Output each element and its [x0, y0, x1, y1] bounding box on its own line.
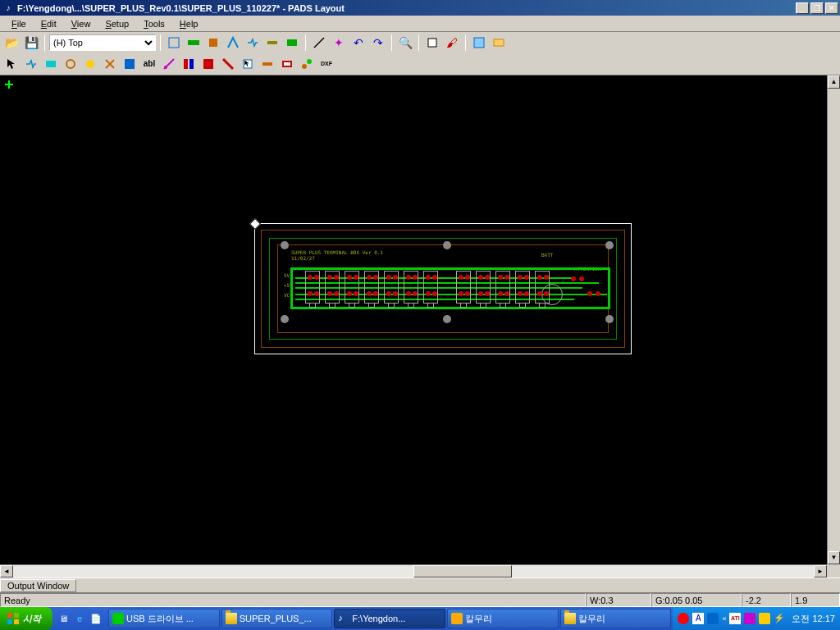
component-tab — [519, 303, 526, 308]
tray-ati-icon[interactable]: ATI — [729, 613, 741, 624]
tray-clock[interactable]: 오전 12:17 — [788, 613, 835, 625]
tool-btn-9[interactable]: 🖌 — [443, 34, 461, 52]
tool-btn-8[interactable] — [423, 34, 441, 52]
menu-file[interactable]: FFileile — [5, 17, 33, 30]
undo-button[interactable]: ↶ — [349, 34, 368, 52]
menu-setup[interactable]: SetupSetup — [98, 17, 135, 30]
separator — [44, 34, 45, 51]
tool2-8[interactable] — [160, 55, 178, 73]
taskbar-task[interactable]: USB 드라이브 ... — [108, 609, 220, 628]
pad — [579, 276, 584, 281]
tool-btn-4[interactable] — [224, 34, 242, 52]
taskbar-task[interactable]: ♪F:\Yengdon... — [334, 609, 445, 628]
close-button[interactable]: ✕ — [825, 2, 838, 14]
menu-help[interactable]: HelpHelp — [173, 17, 205, 30]
pad — [354, 275, 358, 280]
scroll-track[interactable] — [13, 565, 814, 578]
tool2-5[interactable] — [101, 55, 119, 73]
pad — [426, 275, 431, 280]
tool-btn-5[interactable] — [244, 34, 262, 52]
tool2-1[interactable] — [22, 55, 40, 73]
redo-button[interactable]: ↷ — [369, 34, 387, 52]
save-button[interactable]: 💾 — [22, 34, 40, 52]
quick-launch: 🖥 e 📄 — [52, 609, 107, 628]
select-tool[interactable] — [2, 55, 21, 73]
menu-view[interactable]: ViewView — [65, 17, 98, 30]
svg-rect-12 — [125, 59, 135, 69]
menu-edit[interactable]: EditEdit — [34, 17, 63, 30]
ql-app[interactable]: 📄 — [89, 609, 103, 628]
pad — [504, 291, 509, 296]
svg-rect-26 — [14, 619, 19, 624]
tray-icon[interactable] — [678, 613, 689, 624]
statusbar: Ready W:0.3 G:0.05 0.05 -2.2 1.9 — [0, 592, 840, 607]
tray-icon[interactable] — [707, 613, 719, 624]
tool-btn-2[interactable] — [185, 34, 203, 52]
tray-icon[interactable]: ⚡ — [774, 613, 785, 624]
pad — [373, 291, 378, 296]
tool2-14[interactable] — [278, 55, 296, 73]
taskbar-task[interactable]: 칼무리 — [560, 609, 672, 628]
pad — [308, 291, 313, 296]
tool-text[interactable]: abl — [140, 55, 158, 73]
tool2-11[interactable] — [219, 55, 237, 73]
tool-btn-11[interactable] — [490, 34, 508, 52]
tray-expand-icon[interactable]: « — [722, 614, 726, 623]
layer-dropdown[interactable]: (H) Top — [49, 34, 156, 51]
ql-desktop[interactable]: 🖥 — [56, 609, 71, 628]
tool-btn-6[interactable] — [263, 34, 281, 52]
status-grid: G:0.05 0.05 — [651, 593, 742, 607]
output-window-tab[interactable]: Output Window — [0, 579, 76, 592]
task-label: 칼무리 — [465, 613, 492, 625]
tool2-10[interactable] — [199, 55, 217, 73]
ql-ie[interactable]: e — [72, 609, 87, 628]
tool2-15[interactable] — [298, 55, 316, 73]
open-button[interactable]: 📂 — [2, 34, 21, 52]
tool2-6[interactable] — [121, 55, 139, 73]
tool2-9[interactable] — [180, 55, 198, 73]
vertical-scrollbar[interactable]: ▲ ▼ — [827, 75, 840, 564]
pad — [485, 291, 490, 296]
tool-btn-3[interactable] — [204, 34, 222, 52]
tool2-12[interactable] — [239, 55, 257, 73]
scroll-right-button[interactable]: ► — [814, 565, 827, 578]
component-tab — [480, 303, 486, 308]
minimize-button[interactable]: _ — [796, 2, 809, 14]
zoom-button[interactable]: 🔍 — [396, 34, 414, 52]
design-canvas[interactable]: SUPER PLUS TERMINAL BOX Ver 0.1 11/02/27… — [0, 75, 827, 564]
component-tab — [388, 303, 395, 308]
menu-tools[interactable]: ToolsTools — [137, 17, 171, 30]
tool2-13[interactable] — [258, 55, 276, 73]
taskbar-task[interactable]: SUPER_PLUS_... — [221, 609, 333, 628]
tray-ime-icon[interactable]: A — [692, 613, 704, 624]
scroll-thumb[interactable] — [413, 565, 512, 578]
tool-line[interactable] — [310, 34, 328, 52]
start-button[interactable]: 시작 — [0, 607, 52, 630]
tool2-2[interactable] — [42, 55, 60, 73]
component-tab — [500, 303, 506, 308]
mount-hole — [281, 315, 289, 323]
horizontal-scrollbar[interactable]: ◄ ► — [0, 564, 827, 578]
pad — [465, 275, 470, 280]
tool2-3[interactable] — [62, 55, 80, 73]
tool-btn-7[interactable] — [283, 34, 301, 52]
pad — [459, 275, 463, 280]
tray-icon[interactable] — [744, 613, 756, 624]
tray-icon[interactable] — [759, 613, 770, 624]
pad — [544, 291, 549, 296]
selection-handle[interactable] — [249, 218, 261, 230]
tool-dxf[interactable]: DXF — [317, 55, 336, 73]
scroll-up-button[interactable]: ▲ — [828, 75, 840, 89]
tool-btn-1[interactable] — [165, 34, 183, 52]
restore-button[interactable]: ❐ — [810, 2, 824, 14]
svg-line-5 — [314, 38, 324, 48]
scroll-left-button[interactable]: ◄ — [0, 565, 13, 578]
taskbar-task[interactable]: 칼무리 — [447, 609, 559, 628]
pad — [571, 276, 576, 281]
tool-sparkle[interactable]: ✦ — [330, 34, 348, 52]
window-title: F:\Yengdong\...\SUPER_PLUS_Rev0.1\SUPER_… — [17, 3, 796, 13]
scroll-down-button[interactable]: ▼ — [828, 551, 840, 564]
tool-btn-10[interactable] — [470, 34, 488, 52]
svg-rect-0 — [169, 38, 179, 48]
tool2-4[interactable] — [81, 55, 99, 73]
